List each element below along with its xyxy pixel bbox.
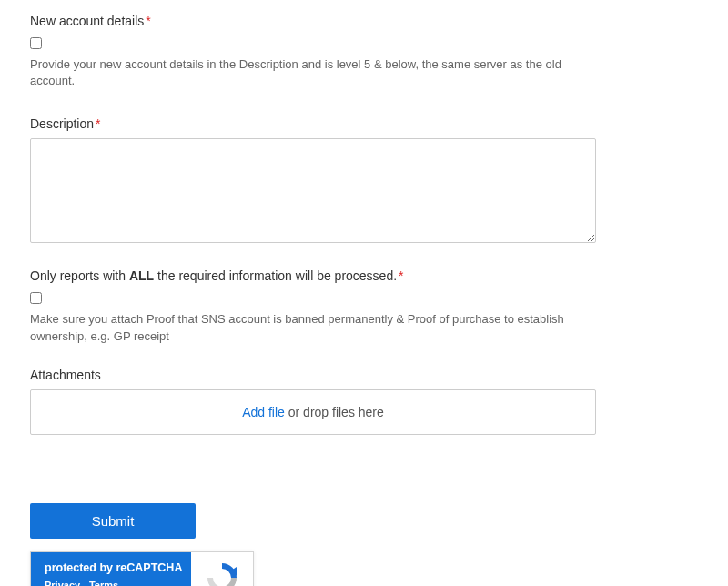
attachments-label: Attachments [30, 368, 598, 382]
form-container: New account details* Provide your new ac… [0, 0, 628, 586]
requirements-label: Only reports with ALL the required infor… [30, 268, 598, 283]
recaptcha-links: Privacy - Terms [45, 580, 191, 586]
new-account-label-text: New account details [30, 14, 144, 28]
description-label-text: Description [30, 116, 94, 131]
required-asterisk: * [146, 14, 150, 28]
recaptcha-left-panel: protected by reCAPTCHA Privacy - Terms [31, 552, 191, 586]
requirements-label-suffix: the required information will be process… [154, 268, 397, 283]
attachments-field-group: Attachments Add file or drop files here [30, 368, 598, 435]
recaptcha-separator: - [80, 580, 89, 586]
submit-button[interactable]: Submit [30, 503, 196, 539]
new-account-checkbox[interactable] [30, 37, 42, 49]
requirements-field-group: Only reports with ALL the required infor… [30, 268, 598, 344]
required-asterisk: * [399, 268, 403, 283]
description-label: Description* [30, 116, 598, 131]
requirements-label-bold: ALL [129, 268, 154, 283]
description-textarea[interactable] [30, 138, 596, 243]
new-account-helper: Provide your new account details in the … [30, 56, 598, 89]
drop-files-text: or drop files here [285, 405, 384, 419]
recaptcha-icon [204, 560, 240, 586]
requirements-label-prefix: Only reports with [30, 268, 129, 283]
description-field-group: Description* [30, 116, 598, 246]
recaptcha-title: protected by reCAPTCHA [45, 561, 191, 574]
requirements-helper: Make sure you attach Proof that SNS acco… [30, 311, 598, 344]
requirements-checkbox[interactable] [30, 292, 42, 304]
recaptcha-widget: protected by reCAPTCHA Privacy - Terms [30, 551, 254, 586]
new-account-label: New account details* [30, 14, 598, 28]
recaptcha-logo-panel [191, 552, 253, 586]
required-asterisk: * [96, 116, 100, 131]
attachments-dropzone[interactable]: Add file or drop files here [30, 389, 596, 435]
recaptcha-terms-link[interactable]: Terms [89, 580, 118, 586]
new-account-field-group: New account details* Provide your new ac… [30, 14, 598, 89]
recaptcha-privacy-link[interactable]: Privacy [45, 580, 80, 586]
add-file-link[interactable]: Add file [242, 405, 285, 419]
